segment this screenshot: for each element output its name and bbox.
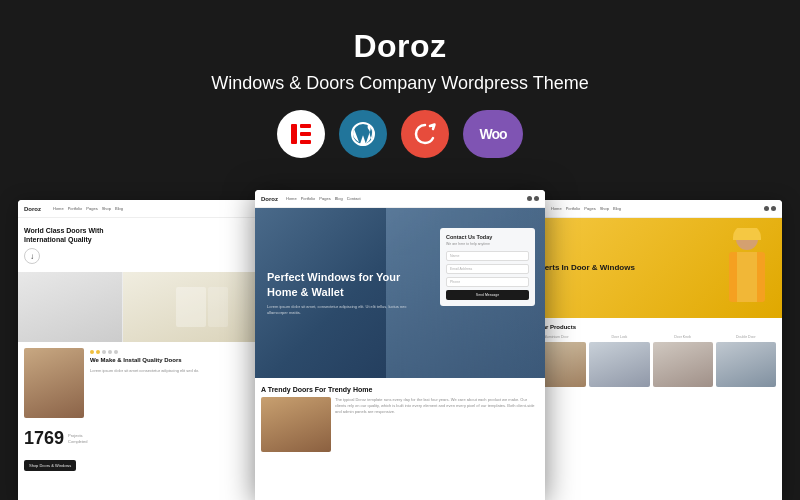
center-nav-pages: Pages: [319, 196, 330, 201]
left-nav-shop: Shop: [102, 206, 111, 211]
right-navbar: Doroz Home Portfolio Pages Shop Blog: [520, 200, 782, 218]
left-dot-2: [96, 350, 100, 354]
right-products-grid: [526, 342, 776, 389]
left-dot-3: [102, 350, 106, 354]
woo-icon: Woo: [463, 110, 523, 158]
center-nav-contact: Contact: [347, 196, 361, 201]
left-hero-title: World Class Doors With International Qua…: [24, 226, 124, 244]
left-arrow-icon: ↓: [24, 248, 40, 264]
right-product-label-4: Double Door: [716, 335, 776, 339]
center-logo: Doroz: [261, 196, 278, 202]
person-helmet: [733, 228, 761, 240]
right-product-label-3: Door Knob: [653, 335, 713, 339]
center-hero: Perfect Windows for Your Home & Wallet L…: [255, 208, 545, 378]
elementor-icon: [277, 110, 325, 158]
right-product-labels: Aluminium Door Door Lock Door Knob Doubl…: [526, 335, 776, 339]
person-head: [736, 228, 758, 250]
left-hero: World Class Doors With International Qua…: [18, 218, 280, 272]
right-search-icon: [764, 206, 769, 211]
center-form-subtitle: We are here to help anytime: [446, 242, 529, 246]
left-door-image: [24, 348, 84, 418]
right-product-3: [653, 342, 713, 389]
center-door-image: [261, 397, 331, 452]
left-navbar: Doroz Home Portfolio Pages Shop Blog: [18, 200, 280, 218]
preview-left: Doroz Home Portfolio Pages Shop Blog Wor…: [18, 200, 280, 500]
center-bottom: A Trendy Doors For Trendy Home The typic…: [255, 378, 545, 460]
center-nav-portfolio: Portfolio: [301, 196, 316, 201]
center-cart-icon: [534, 196, 539, 201]
center-nav-icons: [527, 196, 539, 201]
left-bottom-title: We Make & Install Quality Doors: [90, 357, 272, 365]
right-products-section: Popular Products Aluminium Door Door Loc…: [520, 318, 782, 395]
right-nav-pages: Pages: [584, 206, 595, 211]
center-hero-content: Perfect Windows for Your Home & Wallet L…: [267, 270, 413, 316]
center-bottom-content: The typical Doroz template runs every da…: [261, 397, 539, 452]
right-cart-icon: [771, 206, 776, 211]
center-hero-title: Perfect Windows for Your Home & Wallet: [267, 270, 413, 299]
left-rating-dots: [90, 350, 272, 354]
right-nav-portfolio: Portfolio: [566, 206, 581, 211]
left-stat-text: ProjectsCompleted: [68, 433, 87, 444]
center-bottom-text: The typical Doroz template runs every da…: [335, 397, 539, 415]
left-img-bathroom: [18, 272, 122, 342]
right-nav-icons: [764, 206, 776, 211]
person-torso: [729, 252, 765, 302]
left-nav-blog: Blog: [115, 206, 123, 211]
left-dot-5: [114, 350, 118, 354]
page-subtitle: Windows & Doors Company Wordpress Theme: [211, 73, 588, 94]
preview-center: Doroz Home Portfolio Pages Blog Contact …: [255, 190, 545, 500]
center-submit-button[interactable]: Send Message: [446, 290, 529, 300]
person-figure: [719, 228, 774, 318]
center-contact-form: Contact Us Today We are here to help any…: [440, 228, 535, 306]
center-bottom-text-block: The typical Doroz template runs every da…: [335, 397, 539, 452]
right-hero-title: Experts In Door & Windows: [530, 263, 635, 273]
center-nav-blog: Blog: [335, 196, 343, 201]
left-nav-links: Home Portfolio Pages Shop Blog: [53, 206, 123, 211]
screenshots-area: Doroz Home Portfolio Pages Shop Blog Wor…: [0, 192, 800, 500]
right-product-img-4: [716, 342, 776, 387]
left-image-strip: [18, 272, 280, 342]
rotate-icon: [401, 110, 449, 158]
page-container: Doroz Windows & Doors Company Wordpress …: [0, 0, 800, 500]
left-cta-button[interactable]: Shop Doors & Windows: [24, 460, 76, 471]
right-nav-blog: Blog: [613, 206, 621, 211]
wordpress-icon: [339, 110, 387, 158]
right-nav-links: Home Portfolio Pages Shop Blog: [551, 206, 621, 211]
left-logo: Doroz: [24, 206, 41, 212]
left-nav-pages: Pages: [86, 206, 97, 211]
svg-rect-0: [291, 124, 297, 144]
left-bottom-section: We Make & Install Quality Doors Lorem ip…: [18, 342, 280, 424]
left-number-section: 1769 ProjectsCompleted: [18, 424, 280, 453]
center-phone-field[interactable]: Phone: [446, 277, 529, 287]
center-bottom-title: A Trendy Doors For Trendy Home: [261, 386, 539, 393]
right-product-img-3: [653, 342, 713, 387]
center-name-field[interactable]: Name: [446, 251, 529, 261]
woo-label: Woo: [479, 126, 506, 142]
right-product-2: [589, 342, 649, 389]
center-email-field[interactable]: Email Address: [446, 264, 529, 274]
right-hero: Experts In Door & Windows: [520, 218, 782, 318]
center-form-title: Contact Us Today: [446, 234, 529, 240]
left-dot-4: [108, 350, 112, 354]
right-nav-home: Home: [551, 206, 562, 211]
preview-right: Doroz Home Portfolio Pages Shop Blog Exp…: [520, 200, 782, 500]
center-navbar: Doroz Home Portfolio Pages Blog Contact: [255, 190, 545, 208]
right-products-title: Popular Products: [526, 324, 776, 330]
right-product-4: [716, 342, 776, 389]
svg-rect-2: [300, 132, 311, 136]
svg-rect-1: [300, 124, 311, 128]
header-section: Doroz Windows & Doors Company Wordpress …: [191, 0, 608, 192]
left-stat-number: 1769: [24, 428, 64, 449]
center-search-icon: [527, 196, 532, 201]
left-nav-portfolio: Portfolio: [68, 206, 83, 211]
right-nav-shop: Shop: [600, 206, 609, 211]
left-bottom-content: We Make & Install Quality Doors Lorem ip…: [88, 348, 274, 418]
person-vest: [737, 252, 757, 302]
left-dot-1: [90, 350, 94, 354]
center-hero-text: Lorem ipsum dolor sit amet, consectetur …: [267, 304, 413, 316]
left-bottom-description: Lorem ipsum dolor sit amet consectetur a…: [90, 368, 272, 374]
left-nav-home: Home: [53, 206, 64, 211]
center-nav-home: Home: [286, 196, 297, 201]
right-hero-content: Experts In Door & Windows: [530, 263, 635, 273]
right-product-label-2: Door Lock: [589, 335, 649, 339]
